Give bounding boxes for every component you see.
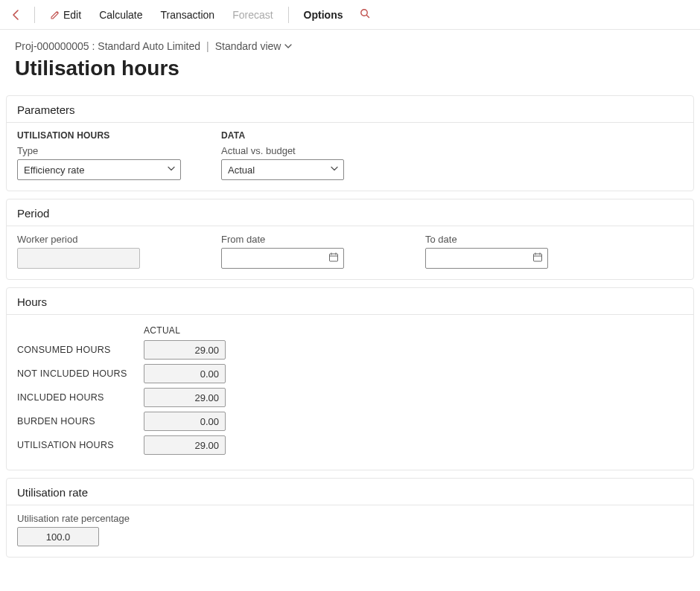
breadcrumb: Proj-000000005 : Standard Auto Limited |… xyxy=(15,40,685,52)
chevron-down-icon xyxy=(330,164,339,176)
pencil-icon xyxy=(50,10,60,20)
type-select[interactable]: Efficiency rate xyxy=(17,159,181,180)
calculate-button[interactable]: Calculate xyxy=(92,4,150,25)
separator xyxy=(34,7,35,23)
hours-section: Hours ACTUAL CONSUMED HOURS 29.00 NOT IN… xyxy=(6,287,694,470)
calendar-icon xyxy=(328,252,339,265)
edit-label: Edit xyxy=(63,9,81,21)
header: Proj-000000005 : Standard Auto Limited |… xyxy=(0,30,700,88)
svg-line-1 xyxy=(367,15,369,17)
utilisation-rate-section: Utilisation rate Utilisation rate percen… xyxy=(6,478,694,558)
svg-rect-2 xyxy=(330,254,338,261)
rate-pct-value[interactable]: 100.0 xyxy=(17,527,99,546)
calendar-icon xyxy=(532,252,543,265)
consumed-hours-row: CONSUMED HOURS 29.00 xyxy=(17,340,683,360)
included-hours-label: INCLUDED HOURS xyxy=(17,392,144,403)
type-value: Efficiency rate xyxy=(24,164,84,176)
breadcrumb-divider: | xyxy=(206,40,209,52)
utilisation-hours-row: UTILISATION HOURS 29.00 xyxy=(17,435,683,455)
options-button[interactable]: Options xyxy=(296,4,351,25)
not-included-hours-label: NOT INCLUDED HOURS xyxy=(17,368,144,379)
back-arrow-icon xyxy=(10,9,22,21)
from-date-label: From date xyxy=(221,234,407,245)
utilisation-rate-title: Utilisation rate xyxy=(7,479,693,505)
not-included-hours-row: NOT INCLUDED HOURS 0.00 xyxy=(17,364,683,383)
period-section: Period Worker period From date To date xyxy=(6,199,694,280)
search-icon xyxy=(359,7,371,19)
consumed-hours-label: CONSUMED HOURS xyxy=(17,345,144,355)
parameters-title: Parameters xyxy=(7,96,693,123)
toolbar: Edit Calculate Transaction Forecast Opti… xyxy=(0,0,700,30)
view-label: Standard view xyxy=(215,40,281,52)
rate-pct-label: Utilisation rate percentage xyxy=(17,513,683,524)
chevron-down-icon xyxy=(284,42,293,51)
from-date-input[interactable] xyxy=(221,248,344,269)
type-label: Type xyxy=(17,145,203,156)
view-selector[interactable]: Standard view xyxy=(215,40,293,52)
burden-hours-row: BURDEN HOURS 0.00 xyxy=(17,412,683,431)
to-date-input[interactable] xyxy=(425,248,548,269)
worker-period-field: Worker period xyxy=(17,234,203,269)
included-hours-value[interactable]: 29.00 xyxy=(144,388,226,407)
utilisation-hours-value[interactable]: 29.00 xyxy=(144,435,226,455)
worker-period-input[interactable] xyxy=(17,248,140,269)
page-title: Utilisation hours xyxy=(15,57,685,80)
separator xyxy=(288,7,289,23)
chevron-down-icon xyxy=(167,164,176,176)
burden-hours-value[interactable]: 0.00 xyxy=(144,412,226,431)
actual-column-header: ACTUAL xyxy=(144,325,226,336)
svg-rect-6 xyxy=(534,254,542,261)
hours-title: Hours xyxy=(7,288,693,315)
period-title: Period xyxy=(7,199,693,226)
edit-button[interactable]: Edit xyxy=(42,4,89,25)
avb-label: Actual vs. budget xyxy=(221,145,407,156)
search-button[interactable] xyxy=(353,3,377,26)
parameters-section: Parameters UTILISATION HOURS Type Effici… xyxy=(6,95,694,191)
data-group: DATA Actual vs. budget Actual xyxy=(221,130,407,180)
included-hours-row: INCLUDED HOURS 29.00 xyxy=(17,388,683,407)
worker-period-label: Worker period xyxy=(17,234,203,245)
group-label-hours: UTILISATION HOURS xyxy=(17,130,203,141)
utilisation-hours-group: UTILISATION HOURS Type Efficiency rate xyxy=(17,130,203,180)
utilisation-hours-label: UTILISATION HOURS xyxy=(17,440,144,450)
to-date-field: To date xyxy=(425,234,611,269)
back-button[interactable] xyxy=(6,6,27,24)
avb-value: Actual xyxy=(228,164,255,176)
consumed-hours-value[interactable]: 29.00 xyxy=(144,340,226,360)
breadcrumb-record: Proj-000000005 : Standard Auto Limited xyxy=(15,40,200,52)
to-date-label: To date xyxy=(425,234,611,245)
not-included-hours-value[interactable]: 0.00 xyxy=(144,364,226,383)
burden-hours-label: BURDEN HOURS xyxy=(17,416,144,427)
transaction-button[interactable]: Transaction xyxy=(153,4,223,25)
from-date-field: From date xyxy=(221,234,407,269)
avb-select[interactable]: Actual xyxy=(221,159,344,180)
group-label-data: DATA xyxy=(221,130,407,141)
forecast-button: Forecast xyxy=(225,4,280,25)
